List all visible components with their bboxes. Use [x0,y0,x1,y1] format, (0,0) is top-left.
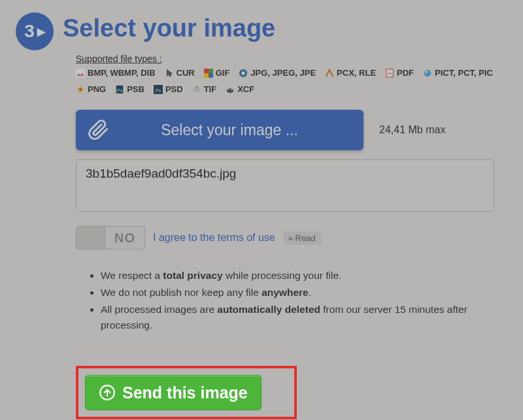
svg-point-8 [424,69,431,76]
svg-point-6 [242,71,245,74]
step-number: 3 [24,21,35,42]
toggle-state: NO [105,231,144,246]
svg-point-9 [426,71,428,73]
max-size-text: 24,41 Mb max [379,124,445,136]
file-type-xcf: XCF [226,84,254,94]
step-circle: 3 ▶ [16,12,54,50]
svg-rect-3 [204,73,209,78]
file-type-psb: PsPSB [115,84,144,94]
privacy-item: We do not publish nor keep any file anyw… [101,285,507,300]
upload-icon [99,384,116,401]
send-image-label: Send this image [122,383,248,402]
file-type-jpg: JPG, JPEG, JPE [239,68,316,78]
svg-point-19 [231,89,233,90]
privacy-bullets: We respect a total privacy while process… [101,268,507,333]
play-icon: ▶ [37,25,45,38]
svg-point-17 [227,88,234,93]
paperclip-icon [76,119,122,141]
svg-rect-0 [76,69,85,78]
step-title: Select your image [63,15,275,42]
supported-file-types-label: Supported file types : [76,54,162,64]
privacy-item: All processed images are automatically d… [101,302,507,333]
file-type-list: BMP, WBMP, DIB CUR GIF JPG, JPEG, JPE PC… [76,68,507,94]
send-highlight-box: Send this image [76,366,297,419]
file-type-cur: CUR [165,68,195,78]
file-type-pcx: PCX, RLE [325,68,376,78]
svg-point-18 [228,89,229,90]
svg-text:Ps: Ps [156,88,161,92]
terms-read-button[interactable]: » Read [283,231,321,245]
toggle-knob [76,227,105,249]
svg-rect-4 [209,73,213,78]
privacy-item: We respect a total privacy while process… [101,268,507,283]
file-type-tif: TIF [192,84,217,94]
terms-toggle[interactable]: NO [76,226,145,250]
svg-point-10 [79,88,82,91]
svg-rect-1 [204,69,209,73]
file-type-bmp: BMP, WBMP, DIB [76,68,156,78]
svg-rect-2 [209,69,213,73]
svg-rect-16 [195,86,198,88]
svg-rect-15 [193,88,200,91]
file-type-pict: PICT, PCT, PIC [423,68,493,78]
svg-text:Ps: Ps [117,88,123,92]
file-type-png: PNG [76,84,106,94]
select-image-button[interactable]: Select your image ... [76,110,363,150]
selected-filename: 3b1b5daef9ad0df354bc.jpg [86,167,236,180]
file-type-gif: GIF [204,68,230,78]
file-type-psd: PsPSD [154,84,183,94]
file-type-pdf: PDF [385,68,414,78]
file-display-box: 3b1b5daef9ad0df354bc.jpg [76,159,494,212]
terms-label: I agree to the terms of use [153,232,275,244]
select-image-label: Select your image ... [122,121,363,139]
send-image-button[interactable]: Send this image [85,375,262,410]
